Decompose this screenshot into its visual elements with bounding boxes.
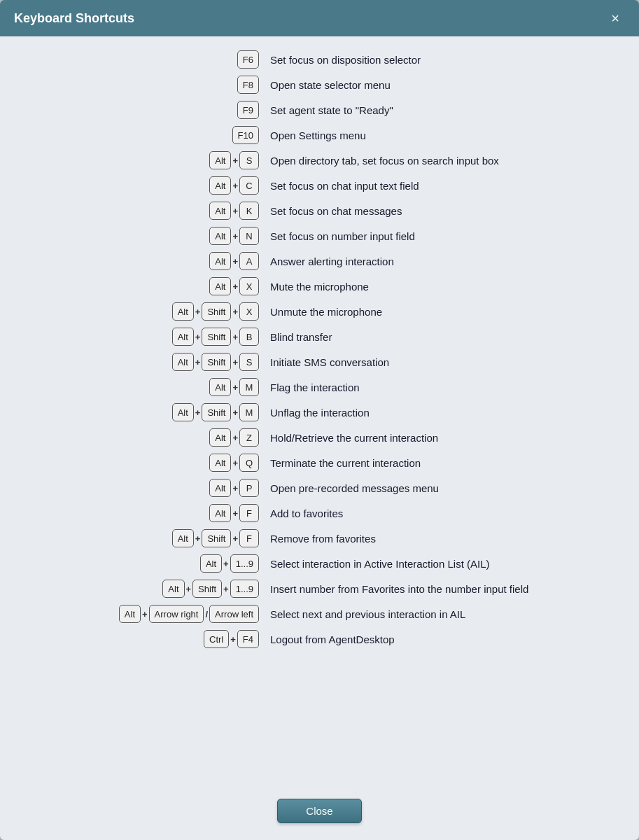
key-badge: Alt [209, 176, 231, 195]
shortcut-row: Alt+Shift+1...9Insert number from Favori… [21, 580, 618, 598]
shortcut-row: Alt+Shift+FRemove from favorites [21, 529, 618, 547]
shortcut-description: Open Settings menu [270, 130, 618, 141]
key-badge: Alt [172, 353, 194, 371]
shortcut-list: F6Set focus on disposition selectorF8Ope… [21, 50, 618, 648]
key-badge: P [239, 479, 259, 497]
key-separator: + [223, 559, 229, 569]
key-separator: + [232, 382, 238, 393]
key-separator: + [230, 634, 236, 645]
keys-col: Alt+Shift+X [21, 302, 259, 321]
shortcut-description: Set focus on chat input text field [270, 180, 618, 192]
key-badge: Alt [209, 479, 231, 497]
shortcut-description: Open directory tab, set focus on search … [270, 155, 618, 167]
modal-title: Keyboard Shortcuts [14, 11, 134, 26]
key-badge: Shift [192, 580, 222, 598]
keys-col: Ctrl+F4 [21, 630, 259, 648]
key-badge: Alt [172, 328, 194, 346]
key-badge: Alt [162, 580, 184, 598]
keys-col: Alt+Shift+1...9 [21, 580, 259, 598]
shortcut-description: Unflag the interaction [270, 407, 618, 419]
key-badge: Arrow left [209, 605, 259, 623]
key-badge: Alt [209, 227, 231, 245]
key-badge: C [239, 176, 259, 195]
key-separator: + [232, 281, 238, 292]
key-badge: N [239, 227, 259, 245]
key-badge: Shift [202, 353, 231, 371]
shortcut-description: Add to favorites [270, 507, 618, 519]
key-badge: Alt [209, 252, 231, 270]
key-badge: F4 [237, 630, 259, 648]
shortcut-description: Terminate the current interaction [270, 457, 618, 469]
keys-col: Alt+F [21, 504, 259, 522]
key-badge: Shift [202, 529, 231, 547]
shortcut-row: Alt+FAdd to favorites [21, 504, 618, 522]
shortcut-description: Hold/Retrieve the current interaction [270, 432, 618, 444]
shortcut-description: Select next and previous interaction in … [270, 608, 618, 620]
keys-col: Alt+Shift+S [21, 353, 259, 371]
keys-col: Alt+N [21, 227, 259, 245]
modal-header: Keyboard Shortcuts × [0, 0, 639, 36]
key-separator: + [195, 357, 201, 368]
keys-col: Alt+Shift+M [21, 403, 259, 421]
key-separator: + [232, 332, 238, 342]
keys-col: F6 [21, 50, 259, 69]
shortcut-row: Alt+1...9Select interaction in Active In… [21, 554, 618, 573]
key-badge: 1...9 [230, 554, 259, 573]
shortcut-row: Alt+KSet focus on chat messages [21, 202, 618, 220]
shortcut-row: Alt+Shift+SInitiate SMS conversation [21, 353, 618, 371]
key-separator: + [232, 407, 238, 418]
shortcut-row: Alt+Shift+BBlind transfer [21, 328, 618, 346]
key-badge: S [239, 353, 259, 371]
shortcut-row: Alt+ZHold/Retrieve the current interacti… [21, 428, 618, 447]
shortcut-row: Alt+Shift+XUnmute the microphone [21, 302, 618, 321]
shortcut-row: Alt+QTerminate the current interaction [21, 454, 618, 472]
key-badge: Alt [209, 202, 231, 220]
shortcut-description: Remove from favorites [270, 533, 618, 545]
key-separator: + [186, 584, 192, 594]
keys-col: Alt+X [21, 277, 259, 295]
shortcut-description: Logout from AgentDesktop [270, 634, 618, 645]
key-separator: + [232, 357, 238, 368]
modal-body: F6Set focus on disposition selectorF8Ope… [0, 36, 639, 788]
shortcut-description: Set focus on disposition selector [270, 54, 618, 66]
key-separator: + [232, 181, 238, 191]
shortcut-row: Alt+NSet focus on number input field [21, 227, 618, 245]
key-badge: M [239, 378, 259, 396]
shortcut-row: Alt+POpen pre-recorded messages menu [21, 479, 618, 497]
modal-footer: Close [0, 788, 639, 840]
key-badge: Alt [200, 554, 222, 573]
key-separator: + [195, 307, 201, 317]
keys-col: F9 [21, 101, 259, 119]
key-badge: Arrow right [149, 605, 204, 623]
close-x-button[interactable]: × [605, 8, 625, 28]
keyboard-shortcuts-modal: Keyboard Shortcuts × F6Set focus on disp… [0, 0, 639, 840]
shortcut-description: Blind transfer [270, 331, 618, 343]
key-badge: Z [239, 428, 259, 447]
key-separator: + [195, 533, 201, 544]
key-badge: Alt [209, 151, 231, 169]
keys-col: F8 [21, 76, 259, 94]
shortcut-row: Ctrl+F4Logout from AgentDesktop [21, 630, 618, 648]
key-badge: F9 [237, 101, 259, 119]
shortcut-description: Select interaction in Active Interaction… [270, 558, 618, 570]
key-badge: Alt [172, 403, 194, 421]
keys-col: Alt+C [21, 176, 259, 195]
close-button[interactable]: Close [277, 799, 361, 823]
shortcut-description: Unmute the microphone [270, 306, 618, 318]
keys-col: Alt+K [21, 202, 259, 220]
shortcut-row: F9Set agent state to "Ready" [21, 101, 618, 119]
shortcut-description: Mute the microphone [270, 281, 618, 293]
keys-col: Alt+Shift+F [21, 529, 259, 547]
keys-col: Alt+Shift+B [21, 328, 259, 346]
shortcut-description: Set agent state to "Ready" [270, 104, 618, 116]
key-badge: Alt [119, 605, 141, 623]
key-badge: M [239, 403, 259, 421]
key-badge: F [239, 504, 259, 522]
key-separator: + [232, 483, 238, 493]
key-badge: S [239, 151, 259, 169]
key-badge: Shift [202, 328, 231, 346]
keys-col: Alt+A [21, 252, 259, 270]
shortcut-description: Initiate SMS conversation [270, 356, 618, 368]
shortcut-row: F6Set focus on disposition selector [21, 50, 618, 69]
key-separator: + [232, 508, 238, 519]
